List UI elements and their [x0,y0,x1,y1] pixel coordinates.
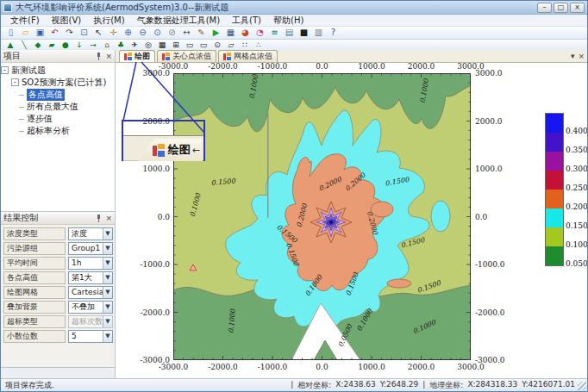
dropdown-7[interactable]: 5▼ [68,330,113,343]
scatter-points-icon[interactable]: ∴ [253,40,265,50]
minimize-button[interactable]: – [537,3,552,13]
dropdown-5[interactable]: 不叠加▼ [68,301,113,314]
y-tick-right: 0.0 [475,213,515,221]
pin-icon[interactable] [96,53,102,60]
tab-2[interactable]: 网格点浓值 [218,50,278,62]
chart-colors-icon[interactable]: ◕ [239,27,252,39]
tab-1[interactable]: 关心点浓值 [157,50,216,62]
zoom-in-icon[interactable]: ⊕ [122,27,134,39]
form-row-1: 污染源组Group1▼ [3,242,113,255]
result-table-icon[interactable]: ▦ [224,27,237,39]
dropdown-3[interactable]: 第1大▼ [68,271,113,284]
y-tick-right: 2000.0 [475,117,515,126]
parallelogram-icon[interactable]: ▱ [225,40,237,50]
redo-icon[interactable]: ↷ [63,27,76,39]
separator: | [422,380,425,391]
open-folder-icon[interactable]: ▱ [19,27,32,39]
tick-marks-icon[interactable]: ∷ [239,40,251,50]
globe-grid-icon[interactable]: ⊞ [170,40,182,50]
resize-grip[interactable] [578,382,586,390]
arrow-right-icon[interactable]: → [87,40,99,50]
image-export-icon[interactable]: ▤ [283,27,296,39]
grid-icon[interactable]: ▦ [156,40,168,50]
edit-icon[interactable]: ✎ [195,27,208,39]
maximize-button[interactable]: □ [554,3,568,13]
pin-icon[interactable] [96,215,102,222]
run-model-icon[interactable]: ▶ [210,27,222,39]
tree-item-1[interactable]: 所有点最大值 [1,101,115,113]
menu-item-3[interactable]: 气象数据处理工具(M) [131,15,226,27]
zoom-window-icon[interactable]: ⊙ [151,27,164,39]
menu-item-2[interactable]: 执行(M) [87,15,130,27]
tree-icon[interactable]: ♣ [115,40,127,50]
tab-close-icon[interactable]: × [578,52,585,60]
chevron-down-icon[interactable]: ▼ [103,287,112,298]
close-button[interactable]: × [570,3,585,13]
tab-0[interactable]: 绘图 [119,50,155,62]
rect-receptor-icon[interactable]: ▭ [184,40,196,50]
x-tick-bottom: 0.0 [302,363,343,371]
app-window: 大气环境影响评价系统(AermodSystem)3.0--新测试题 – □ × … [0,0,588,392]
chevron-down-icon[interactable]: ▼ [103,258,112,269]
colorbar-segment [546,114,563,133]
contour-map-canvas[interactable]: 0.10000.10000.15000.10000.20000.20000.20… [173,73,471,360]
y-tick-left: -1000.0 [130,260,170,269]
form-row-0: 浓度类型浓度▼ [3,227,113,240]
zoom-out-icon[interactable]: ⊖ [136,27,149,39]
form-row-3: 各点高值第1大▼ [3,271,113,284]
point-source-icon[interactable]: ▲ [4,40,16,50]
tree-group[interactable]: -SO2预测方案(已计算) [1,77,115,89]
salmon-blob-bottom [387,279,411,288]
arrow-down-icon[interactable]: ↓ [73,40,85,50]
tree-item-0[interactable]: 各点高值 [1,89,115,101]
layers-icon[interactable]: ≡ [268,27,281,39]
colorbar-label: 0.3000 [566,165,587,173]
rect-region-icon[interactable]: ▭ [197,40,210,50]
chevron-down-icon[interactable]: ▼ [103,228,112,240]
chart-icon [162,53,170,60]
zoom-reset-icon[interactable]: ⊘ [166,27,178,39]
pointer-icon[interactable]: ↖ [92,27,105,39]
plane-icon[interactable]: ✈ [128,40,141,50]
tree-item-2[interactable]: 逐步值 [1,113,115,125]
collapse-icon[interactable]: - [11,78,19,86]
chevron-down-icon[interactable]: ▼ [103,243,112,254]
dropdown-2[interactable]: 1h▼ [68,257,113,270]
volume-source-icon[interactable]: ● [59,40,72,50]
new-file-icon[interactable]: ▯ [4,27,17,39]
results-panel-title: 结果控制 [3,212,96,224]
area-source-icon[interactable]: ◆ [32,40,44,50]
chevron-down-icon[interactable]: ▼ [103,302,112,313]
menu-item-5[interactable]: 帮助(H) [267,15,310,27]
chevron-down-icon[interactable]: ▼ [103,272,112,283]
help-icon[interactable]: ? [327,27,340,39]
ring-receptor-icon[interactable]: ⊙ [211,40,223,50]
field-label: 绘图网格 [3,286,66,299]
tab-menu-icon[interactable]: ▾ [571,52,575,60]
panel-close-icon[interactable]: × [105,53,112,60]
dropdown-1[interactable]: Group1▼ [68,242,113,255]
measure-icon[interactable]: ↔ [180,27,193,39]
tree-item-3[interactable]: 超标率分析 [1,125,115,137]
save-icon[interactable]: ▣ [34,27,47,39]
menu-item-4[interactable]: 工具(T) [226,15,267,27]
tree-root[interactable]: -新测试题 [1,65,115,77]
undo-icon[interactable]: ↶ [48,27,61,39]
building-icon[interactable]: ⌂ [101,40,113,50]
collapse-icon[interactable]: - [1,66,9,74]
chevron-down-icon[interactable]: ▼ [103,331,112,342]
pollutant-rose-icon[interactable]: ◔ [253,27,266,39]
dropdown-0[interactable]: 浓度▼ [68,227,113,240]
model-box-icon[interactable]: ■ [297,27,310,39]
polygon-source-icon[interactable]: ▰ [46,40,58,50]
pan-hand-icon[interactable]: ✛ [107,27,120,39]
line-source-icon[interactable]: ╲ [18,40,30,50]
report-icon[interactable]: ▥ [312,27,325,39]
colorbar-segment [546,208,563,227]
compass-icon[interactable]: ◎ [142,40,154,50]
select-region-icon[interactable]: ⊡ [78,27,91,39]
menu-item-0[interactable]: 文件(F) [4,15,46,27]
menu-item-1[interactable]: 视图(V) [46,15,88,27]
panel-close-icon[interactable]: × [105,215,112,222]
dropdown-4[interactable]: CartesianGrid1▼ [68,286,113,299]
